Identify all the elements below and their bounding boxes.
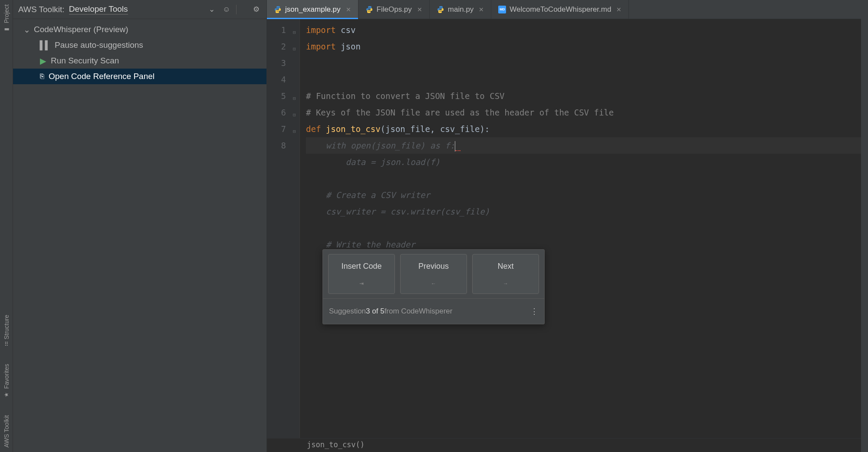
tree-label: Open Code Reference Panel: [49, 72, 155, 81]
tab-welcome-md[interactable]: MD WelcomeToCodeWhisperer.md ✕: [491, 0, 629, 19]
line-number: 4: [270, 71, 286, 88]
tree-root[interactable]: ⌄ CodeWhisperer (Preview): [13, 22, 266, 37]
python-icon: [365, 6, 373, 13]
sidebar-header: AWS Toolkit: Developer Tools ⌄ ☺ ⚙: [13, 0, 266, 19]
footer-text: Suggestion: [329, 303, 366, 320]
code-area[interactable]: import csv import json # Function to con…: [300, 19, 861, 438]
code-token: json: [336, 42, 361, 51]
code-token: csv: [336, 25, 356, 35]
sidebar-tree: ⌄ CodeWhisperer (Preview) ▍▍ Pause auto-…: [13, 19, 266, 87]
close-icon[interactable]: ✕: [346, 6, 351, 13]
next-button[interactable]: Next →: [472, 254, 539, 294]
tab-label: json_example.py: [285, 5, 341, 14]
line-number: 7: [270, 121, 286, 137]
gutter: 1 2 3 4 5 6 7 8: [267, 19, 292, 438]
chevron-down-icon[interactable]: ⌄: [207, 5, 217, 14]
button-shortcut: →: [475, 275, 536, 292]
editor[interactable]: 1 2 3 4 5 6 7 8 ⊟ ⊡ ⊟ ⊡ ⊟ import csv imp…: [267, 19, 861, 438]
button-label: Insert Code: [341, 262, 381, 271]
structure-icon: ⠿: [4, 341, 9, 347]
line-number: 8: [270, 137, 286, 154]
tab-json-example[interactable]: json_example.py ✕: [267, 0, 358, 19]
code-token: import: [306, 25, 336, 35]
popup-footer: Suggestion 3 of 5 from CodeWhisperer ⋮: [323, 298, 544, 324]
sidebar: AWS Toolkit: Developer Tools ⌄ ☺ ⚙ ⌄ Cod…: [13, 0, 267, 452]
tab-fileops[interactable]: FileOps.py ✕: [358, 0, 430, 19]
fold-icon[interactable]: ⊡: [293, 41, 296, 57]
rail-structure[interactable]: ⠿ Structure: [2, 312, 11, 349]
fold-icon[interactable]: ⊟: [293, 90, 296, 107]
breadcrumb[interactable]: json_to_csv(): [267, 438, 861, 452]
tree-label: CodeWhisperer (Preview): [34, 25, 128, 34]
python-icon: [437, 6, 444, 13]
previous-button[interactable]: Previous ←: [400, 254, 467, 294]
tree-pause-suggestions[interactable]: ▍▍ Pause auto-suggestions: [13, 37, 266, 53]
code-comment: # Function to convert a JSON file to CSV: [306, 91, 505, 101]
star-icon: ★: [3, 391, 10, 398]
sidebar-title: AWS Toolkit:: [18, 5, 65, 14]
python-icon: [274, 6, 282, 13]
tab-label: main.py: [448, 5, 474, 14]
main: json_example.py ✕ FileOps.py ✕ main.py ✕…: [267, 0, 861, 452]
scrollbar[interactable]: [861, 0, 868, 452]
line-number: 6: [270, 104, 286, 121]
tree-label: Pause auto-suggestions: [55, 40, 143, 50]
folder-icon: ▮: [3, 26, 10, 33]
tab-label: WelcomeToCodeWhisperer.md: [510, 5, 611, 14]
code-suggestion: csv_writer = csv.writer(csv_file): [306, 207, 490, 216]
suggestion-popup: Insert Code ⇥ Previous ← Next →: [322, 249, 545, 324]
code-suggestion: # Write the header: [306, 240, 415, 249]
reference-icon: ⎘: [40, 73, 44, 80]
rail-label: Structure: [3, 315, 10, 340]
line-number: 2: [270, 38, 286, 55]
rail-label: Favorites: [3, 364, 10, 389]
footer-text: from CodeWhisperer: [385, 303, 453, 320]
smiley-icon[interactable]: ☺: [221, 5, 232, 14]
button-shortcut: ⇥: [331, 275, 392, 292]
fold-column: ⊟ ⊡ ⊟ ⊡ ⊟: [292, 19, 300, 438]
code-comment: # Keys of the JSON file are used as the …: [306, 108, 614, 117]
code-suggestion: data = json.load(f): [306, 157, 440, 167]
close-icon[interactable]: ✕: [479, 6, 484, 13]
code-token: json_to_csv: [326, 124, 381, 134]
markdown-icon: MD: [498, 6, 506, 13]
error-squiggle: [455, 141, 460, 151]
button-label: Previous: [418, 262, 449, 271]
rail-label: AWS Toolkit: [3, 415, 10, 448]
close-icon[interactable]: ✕: [616, 6, 621, 13]
rail-project[interactable]: ▮ Project: [2, 2, 11, 35]
sidebar-subtitle[interactable]: Developer Tools: [69, 4, 128, 15]
rail-aws-toolkit[interactable]: AWS Toolkit: [2, 412, 11, 450]
line-number: 3: [270, 55, 286, 71]
insert-code-button[interactable]: Insert Code ⇥: [328, 254, 395, 294]
button-label: Next: [497, 262, 513, 271]
tree-label: Run Security Scan: [51, 56, 119, 66]
code-suggestion: with open(json_file) as f:: [306, 141, 455, 150]
line-number: 1: [270, 22, 286, 38]
play-icon: ▶: [40, 56, 46, 66]
tree-security-scan[interactable]: ▶ Run Security Scan: [13, 53, 266, 69]
fold-icon[interactable]: ⊡: [293, 107, 296, 123]
pause-icon: ▍▍: [40, 40, 50, 50]
line-number: 5: [270, 88, 286, 104]
more-icon[interactable]: ⋮: [530, 303, 538, 320]
chevron-down-icon: ⌄: [23, 25, 30, 35]
tab-main[interactable]: main.py ✕: [430, 0, 492, 19]
code-token: import: [306, 42, 336, 51]
tab-bar: json_example.py ✕ FileOps.py ✕ main.py ✕…: [267, 0, 861, 19]
tab-label: FileOps.py: [377, 5, 412, 14]
code-token: def: [306, 124, 326, 134]
code-suggestion: # Create a CSV writer: [306, 190, 430, 200]
code-token: (json_file, csv_file):: [381, 124, 490, 134]
footer-count: 3 of 5: [366, 303, 385, 320]
fold-icon[interactable]: ⊟: [293, 24, 296, 41]
tree-code-reference[interactable]: ⎘ Open Code Reference Panel: [13, 69, 266, 84]
gear-icon[interactable]: ⚙: [251, 5, 261, 14]
rail-favorites[interactable]: ★ Favorites: [2, 361, 11, 401]
close-icon[interactable]: ✕: [417, 6, 422, 13]
button-shortcut: ←: [403, 275, 464, 292]
left-rail: ▮ Project ⠿ Structure ★ Favorites AWS To…: [0, 0, 13, 452]
rail-label: Project: [3, 4, 10, 23]
fold-icon[interactable]: ⊟: [293, 123, 296, 140]
